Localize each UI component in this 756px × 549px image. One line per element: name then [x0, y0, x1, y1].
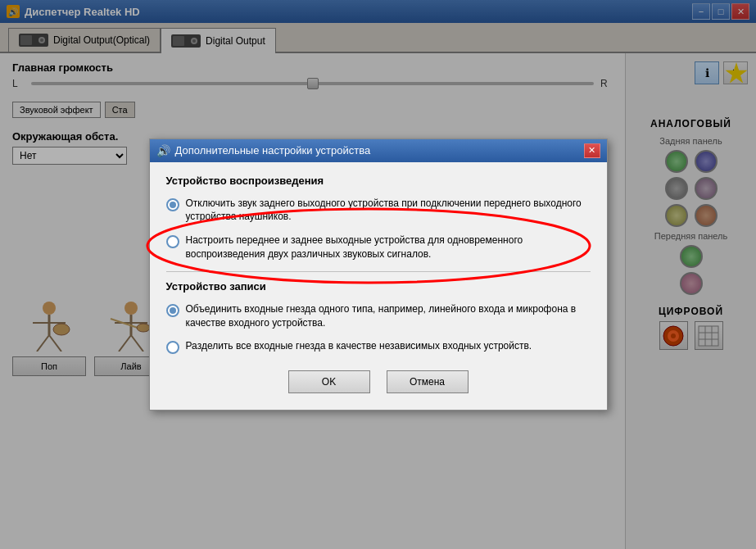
record-title: Устройство записи — [166, 280, 591, 293]
cancel-button[interactable]: Отмена — [387, 370, 469, 393]
radio-2[interactable] — [166, 235, 179, 248]
playback-title: Устройство воспроизведения — [166, 175, 591, 187]
radio-1-text: Отключить звук заднего выходного устройс… — [186, 197, 591, 225]
radio-3[interactable] — [166, 304, 179, 317]
radio-3-text: Объединить входные гнезда одного типа, н… — [186, 302, 591, 330]
radio-option-1: Отключить звук заднего выходного устройс… — [166, 197, 591, 225]
radio-4-text: Разделить все входные гнезда в качестве … — [186, 339, 532, 353]
radio-option-4: Разделить все входные гнезда в качестве … — [166, 339, 591, 354]
radio-option-3: Объединить входные гнезда одного типа, н… — [166, 302, 591, 330]
radio-2-text: Настроить переднее и заднее выходные уст… — [186, 234, 591, 261]
dialog-overlay: 🔊 Дополнительные настройки устройства ✕ … — [0, 0, 756, 549]
dialog-buttons: OK Отмена — [166, 370, 591, 393]
dialog-title: Дополнительные настройки устройства — [175, 144, 371, 157]
dialog-content: Устройство воспроизведения Отключить зву… — [150, 162, 607, 411]
dialog-close-button[interactable]: ✕ — [584, 143, 600, 158]
dialog-divider — [166, 271, 591, 272]
radio-4[interactable] — [166, 341, 179, 354]
radio-1[interactable] — [166, 198, 179, 211]
dialog-title-icon: 🔊 — [156, 144, 170, 157]
radio-option-2: Настроить переднее и заднее выходные уст… — [166, 234, 591, 261]
ok-button[interactable]: OK — [288, 370, 370, 393]
dialog-title-bar: 🔊 Дополнительные настройки устройства ✕ — [150, 139, 607, 162]
dialog: 🔊 Дополнительные настройки устройства ✕ … — [149, 138, 608, 411]
